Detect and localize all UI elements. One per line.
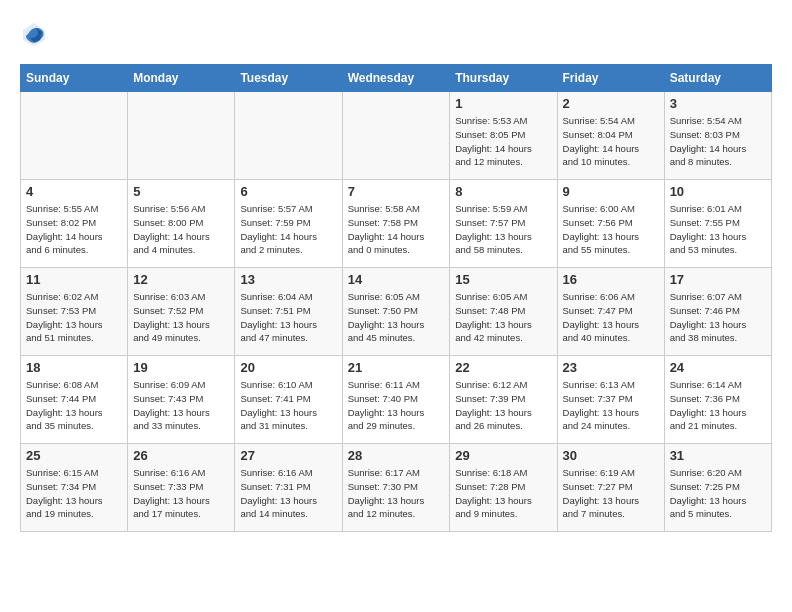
day-info: Sunrise: 6:10 AMSunset: 7:41 PMDaylight:… xyxy=(240,378,336,433)
calendar-day: 23Sunrise: 6:13 AMSunset: 7:37 PMDayligh… xyxy=(557,356,664,444)
day-info: Sunrise: 5:59 AMSunset: 7:57 PMDaylight:… xyxy=(455,202,551,257)
day-number: 27 xyxy=(240,448,336,463)
day-info: Sunrise: 6:01 AMSunset: 7:55 PMDaylight:… xyxy=(670,202,766,257)
calendar-week-4: 18Sunrise: 6:08 AMSunset: 7:44 PMDayligh… xyxy=(21,356,772,444)
calendar-day: 16Sunrise: 6:06 AMSunset: 7:47 PMDayligh… xyxy=(557,268,664,356)
day-info: Sunrise: 6:05 AMSunset: 7:48 PMDaylight:… xyxy=(455,290,551,345)
calendar-day: 7Sunrise: 5:58 AMSunset: 7:58 PMDaylight… xyxy=(342,180,450,268)
calendar-day: 20Sunrise: 6:10 AMSunset: 7:41 PMDayligh… xyxy=(235,356,342,444)
calendar-day: 12Sunrise: 6:03 AMSunset: 7:52 PMDayligh… xyxy=(128,268,235,356)
day-number: 31 xyxy=(670,448,766,463)
calendar-week-3: 11Sunrise: 6:02 AMSunset: 7:53 PMDayligh… xyxy=(21,268,772,356)
day-info: Sunrise: 6:05 AMSunset: 7:50 PMDaylight:… xyxy=(348,290,445,345)
calendar-day: 4Sunrise: 5:55 AMSunset: 8:02 PMDaylight… xyxy=(21,180,128,268)
day-number: 15 xyxy=(455,272,551,287)
day-info: Sunrise: 6:11 AMSunset: 7:40 PMDaylight:… xyxy=(348,378,445,433)
day-info: Sunrise: 6:18 AMSunset: 7:28 PMDaylight:… xyxy=(455,466,551,521)
day-number: 26 xyxy=(133,448,229,463)
calendar-day: 1Sunrise: 5:53 AMSunset: 8:05 PMDaylight… xyxy=(450,92,557,180)
day-number: 7 xyxy=(348,184,445,199)
day-number: 11 xyxy=(26,272,122,287)
day-info: Sunrise: 6:07 AMSunset: 7:46 PMDaylight:… xyxy=(670,290,766,345)
calendar-day: 9Sunrise: 6:00 AMSunset: 7:56 PMDaylight… xyxy=(557,180,664,268)
day-header-wednesday: Wednesday xyxy=(342,65,450,92)
day-number: 9 xyxy=(563,184,659,199)
day-number: 4 xyxy=(26,184,122,199)
calendar-day: 5Sunrise: 5:56 AMSunset: 8:00 PMDaylight… xyxy=(128,180,235,268)
calendar-day: 25Sunrise: 6:15 AMSunset: 7:34 PMDayligh… xyxy=(21,444,128,532)
calendar-header-row: SundayMondayTuesdayWednesdayThursdayFrid… xyxy=(21,65,772,92)
day-number: 17 xyxy=(670,272,766,287)
calendar-week-5: 25Sunrise: 6:15 AMSunset: 7:34 PMDayligh… xyxy=(21,444,772,532)
day-info: Sunrise: 5:53 AMSunset: 8:05 PMDaylight:… xyxy=(455,114,551,169)
day-number: 12 xyxy=(133,272,229,287)
calendar-day xyxy=(342,92,450,180)
day-number: 1 xyxy=(455,96,551,111)
day-number: 21 xyxy=(348,360,445,375)
day-info: Sunrise: 6:12 AMSunset: 7:39 PMDaylight:… xyxy=(455,378,551,433)
day-number: 19 xyxy=(133,360,229,375)
day-header-friday: Friday xyxy=(557,65,664,92)
day-info: Sunrise: 6:00 AMSunset: 7:56 PMDaylight:… xyxy=(563,202,659,257)
calendar-day: 15Sunrise: 6:05 AMSunset: 7:48 PMDayligh… xyxy=(450,268,557,356)
calendar-day: 28Sunrise: 6:17 AMSunset: 7:30 PMDayligh… xyxy=(342,444,450,532)
day-header-monday: Monday xyxy=(128,65,235,92)
day-number: 16 xyxy=(563,272,659,287)
calendar-week-1: 1Sunrise: 5:53 AMSunset: 8:05 PMDaylight… xyxy=(21,92,772,180)
calendar-day xyxy=(21,92,128,180)
day-info: Sunrise: 5:54 AMSunset: 8:04 PMDaylight:… xyxy=(563,114,659,169)
calendar-day: 2Sunrise: 5:54 AMSunset: 8:04 PMDaylight… xyxy=(557,92,664,180)
day-number: 22 xyxy=(455,360,551,375)
day-number: 14 xyxy=(348,272,445,287)
day-number: 5 xyxy=(133,184,229,199)
day-header-thursday: Thursday xyxy=(450,65,557,92)
calendar-week-2: 4Sunrise: 5:55 AMSunset: 8:02 PMDaylight… xyxy=(21,180,772,268)
day-info: Sunrise: 6:20 AMSunset: 7:25 PMDaylight:… xyxy=(670,466,766,521)
day-number: 13 xyxy=(240,272,336,287)
calendar-day: 18Sunrise: 6:08 AMSunset: 7:44 PMDayligh… xyxy=(21,356,128,444)
calendar-day: 3Sunrise: 5:54 AMSunset: 8:03 PMDaylight… xyxy=(664,92,771,180)
day-info: Sunrise: 6:16 AMSunset: 7:33 PMDaylight:… xyxy=(133,466,229,521)
day-info: Sunrise: 6:16 AMSunset: 7:31 PMDaylight:… xyxy=(240,466,336,521)
day-number: 20 xyxy=(240,360,336,375)
calendar-day: 10Sunrise: 6:01 AMSunset: 7:55 PMDayligh… xyxy=(664,180,771,268)
day-info: Sunrise: 5:57 AMSunset: 7:59 PMDaylight:… xyxy=(240,202,336,257)
day-number: 23 xyxy=(563,360,659,375)
calendar-day: 27Sunrise: 6:16 AMSunset: 7:31 PMDayligh… xyxy=(235,444,342,532)
day-info: Sunrise: 6:03 AMSunset: 7:52 PMDaylight:… xyxy=(133,290,229,345)
calendar-day: 8Sunrise: 5:59 AMSunset: 7:57 PMDaylight… xyxy=(450,180,557,268)
calendar-day: 11Sunrise: 6:02 AMSunset: 7:53 PMDayligh… xyxy=(21,268,128,356)
calendar-day: 29Sunrise: 6:18 AMSunset: 7:28 PMDayligh… xyxy=(450,444,557,532)
calendar-day: 24Sunrise: 6:14 AMSunset: 7:36 PMDayligh… xyxy=(664,356,771,444)
day-info: Sunrise: 5:54 AMSunset: 8:03 PMDaylight:… xyxy=(670,114,766,169)
day-number: 28 xyxy=(348,448,445,463)
calendar-day: 17Sunrise: 6:07 AMSunset: 7:46 PMDayligh… xyxy=(664,268,771,356)
day-info: Sunrise: 6:15 AMSunset: 7:34 PMDaylight:… xyxy=(26,466,122,521)
day-number: 18 xyxy=(26,360,122,375)
day-info: Sunrise: 5:55 AMSunset: 8:02 PMDaylight:… xyxy=(26,202,122,257)
calendar-day: 22Sunrise: 6:12 AMSunset: 7:39 PMDayligh… xyxy=(450,356,557,444)
day-number: 2 xyxy=(563,96,659,111)
calendar-day: 19Sunrise: 6:09 AMSunset: 7:43 PMDayligh… xyxy=(128,356,235,444)
day-info: Sunrise: 6:06 AMSunset: 7:47 PMDaylight:… xyxy=(563,290,659,345)
day-number: 30 xyxy=(563,448,659,463)
calendar-day: 21Sunrise: 6:11 AMSunset: 7:40 PMDayligh… xyxy=(342,356,450,444)
day-header-sunday: Sunday xyxy=(21,65,128,92)
calendar-day: 30Sunrise: 6:19 AMSunset: 7:27 PMDayligh… xyxy=(557,444,664,532)
day-number: 8 xyxy=(455,184,551,199)
day-info: Sunrise: 6:09 AMSunset: 7:43 PMDaylight:… xyxy=(133,378,229,433)
logo-icon xyxy=(20,20,48,48)
day-info: Sunrise: 6:17 AMSunset: 7:30 PMDaylight:… xyxy=(348,466,445,521)
calendar-day: 31Sunrise: 6:20 AMSunset: 7:25 PMDayligh… xyxy=(664,444,771,532)
day-number: 10 xyxy=(670,184,766,199)
day-number: 25 xyxy=(26,448,122,463)
day-info: Sunrise: 6:02 AMSunset: 7:53 PMDaylight:… xyxy=(26,290,122,345)
day-number: 24 xyxy=(670,360,766,375)
day-number: 29 xyxy=(455,448,551,463)
calendar-day: 26Sunrise: 6:16 AMSunset: 7:33 PMDayligh… xyxy=(128,444,235,532)
calendar-day xyxy=(128,92,235,180)
day-info: Sunrise: 6:14 AMSunset: 7:36 PMDaylight:… xyxy=(670,378,766,433)
day-info: Sunrise: 6:19 AMSunset: 7:27 PMDaylight:… xyxy=(563,466,659,521)
calendar-day xyxy=(235,92,342,180)
day-info: Sunrise: 6:08 AMSunset: 7:44 PMDaylight:… xyxy=(26,378,122,433)
